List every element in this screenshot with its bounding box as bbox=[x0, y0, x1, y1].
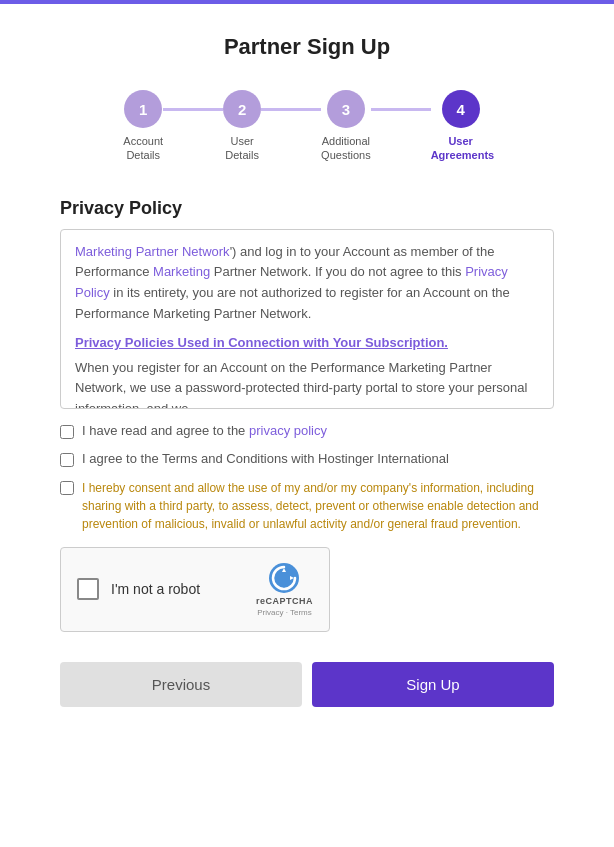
step-4-circle: 4 bbox=[442, 90, 480, 128]
captcha-privacy-link[interactable]: Privacy bbox=[257, 608, 283, 617]
privacy-policy-box[interactable]: Marketing Partner Network') and log in t… bbox=[60, 229, 554, 409]
stepper: 1 AccountDetails 2 UserDetails 3 Additio… bbox=[60, 90, 554, 163]
privacy-policy-checkbox[interactable] bbox=[60, 425, 74, 439]
step-3: 3 AdditionalQuestions bbox=[321, 90, 371, 163]
policy-subheading: Privacy Policies Used in Connection with… bbox=[75, 333, 539, 354]
policy-text-1: Marketing Partner Network') and log in t… bbox=[75, 244, 510, 321]
privacy-policy-link[interactable]: privacy policy bbox=[249, 423, 327, 438]
step-2-label: UserDetails bbox=[225, 134, 259, 163]
captcha-brand: reCAPTCHA bbox=[256, 596, 313, 606]
consent-row: I hereby consent and allow the use of my… bbox=[60, 479, 554, 533]
step-1: 1 AccountDetails bbox=[123, 90, 163, 163]
step-2: 2 UserDetails bbox=[223, 90, 261, 163]
step-3-circle: 3 bbox=[327, 90, 365, 128]
connector-2-3 bbox=[261, 108, 321, 111]
terms-checkbox-label: I agree to the Terms and Conditions with… bbox=[82, 451, 449, 466]
terms-checkbox[interactable] bbox=[60, 453, 74, 467]
policy-link-1[interactable]: Marketing Partner Network bbox=[75, 244, 230, 259]
captcha-links: Privacy · Terms bbox=[257, 608, 312, 617]
privacy-policy-checkbox-label: I have read and agree to the privacy pol… bbox=[82, 423, 327, 438]
captcha-right: reCAPTCHA Privacy · Terms bbox=[256, 562, 313, 617]
previous-button[interactable]: Previous bbox=[60, 662, 302, 707]
signup-button[interactable]: Sign Up bbox=[312, 662, 554, 707]
consent-text: I hereby consent and allow the use of my… bbox=[82, 479, 554, 533]
privacy-policy-title: Privacy Policy bbox=[60, 198, 554, 219]
policy-link-2[interactable]: Marketing bbox=[153, 264, 210, 279]
captcha-container[interactable]: I'm not a robot reCAPTCHA Privacy · Term… bbox=[60, 547, 330, 632]
step-1-circle: 1 bbox=[124, 90, 162, 128]
button-row: Previous Sign Up bbox=[60, 662, 554, 707]
privacy-policy-checkbox-row: I have read and agree to the privacy pol… bbox=[60, 423, 554, 439]
connector-3-4 bbox=[371, 108, 431, 111]
recaptcha-logo-icon bbox=[268, 562, 300, 594]
captcha-left: I'm not a robot bbox=[77, 578, 200, 600]
captcha-terms-link[interactable]: Terms bbox=[290, 608, 312, 617]
step-1-label: AccountDetails bbox=[123, 134, 163, 163]
policy-link-3[interactable]: Privacy Policy bbox=[75, 264, 508, 300]
step-4: 4 UserAgreements bbox=[431, 90, 491, 163]
captcha-checkbox[interactable] bbox=[77, 578, 99, 600]
page-title: Partner Sign Up bbox=[60, 34, 554, 60]
step-3-label: AdditionalQuestions bbox=[321, 134, 371, 163]
consent-checkbox[interactable] bbox=[60, 481, 74, 495]
step-2-circle: 2 bbox=[223, 90, 261, 128]
step-4-label: UserAgreements bbox=[431, 134, 491, 163]
captcha-label: I'm not a robot bbox=[111, 581, 200, 597]
terms-checkbox-row: I agree to the Terms and Conditions with… bbox=[60, 451, 554, 467]
connector-1-2 bbox=[163, 108, 223, 111]
policy-text-2: When you register for an Account on the … bbox=[75, 360, 527, 409]
page-container: Partner Sign Up 1 AccountDetails 2 UserD… bbox=[0, 0, 614, 847]
